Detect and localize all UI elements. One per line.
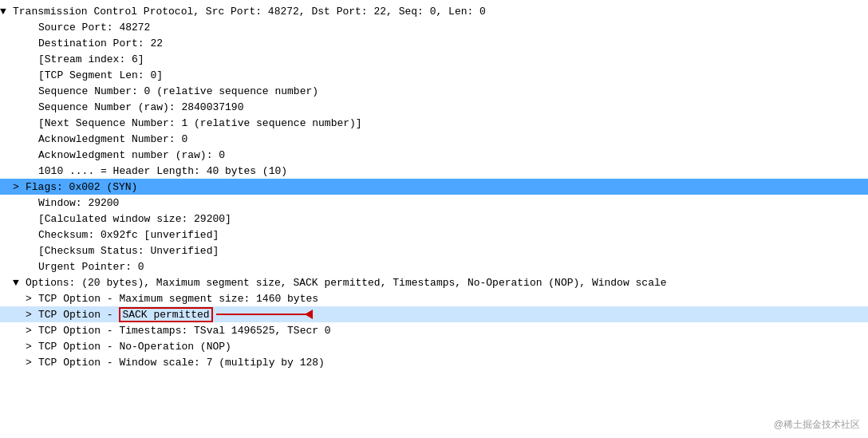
row-text-ack-num: Acknowledgment Number: 0 [38, 133, 187, 145]
row-text-checksum: Checksum: 0x92fc [unverified] [38, 229, 219, 241]
tree-row-window[interactable]: Window: 29200 [0, 195, 868, 211]
arrow-container [216, 314, 312, 315]
expander-tcp-header[interactable]: ▼ [0, 6, 13, 18]
tree-row-header-len[interactable]: 1010 .... = Header Length: 40 bytes (10) [0, 163, 868, 179]
tree-row-dst-port[interactable]: Destination Port: 22 [0, 35, 868, 51]
tree-row-seq-num[interactable]: Sequence Number: 0 (relative sequence nu… [0, 83, 868, 99]
packet-tree: ▼Transmission Control Protocol, Src Port… [0, 0, 868, 373]
row-text-opt-ts: TCP Option - Timestamps: TSval 1496525, … [38, 325, 331, 337]
expander-options[interactable]: ▼ [13, 277, 26, 289]
row-text-calc-window: [Calculated window size: 29200] [38, 213, 231, 225]
expander-opt-ts[interactable]: > [26, 325, 38, 337]
row-text-opt-mss: TCP Option - Maximum segment size: 1460 … [38, 293, 318, 305]
arrow-line [216, 314, 312, 315]
watermark: @稀土掘金技术社区 [774, 418, 860, 432]
expander-flags[interactable]: > [13, 181, 26, 193]
tree-row-opt-ws[interactable]: >TCP Option - Window scale: 7 (multiply … [0, 354, 868, 370]
row-text-dst-port: Destination Port: 22 [38, 37, 163, 49]
expander-opt-mss[interactable]: > [26, 293, 38, 305]
row-text-opt-nop: TCP Option - No-Operation (NOP) [38, 341, 231, 353]
tree-row-flags[interactable]: >Flags: 0x002 (SYN) [0, 179, 868, 195]
row-text-header-len: 1010 .... = Header Length: 40 bytes (10) [38, 165, 287, 177]
row-text-ack-raw: Acknowledgment number (raw): 0 [38, 149, 225, 161]
row-text-seq-num: Sequence Number: 0 (relative sequence nu… [38, 85, 318, 97]
tree-row-checksum[interactable]: Checksum: 0x92fc [unverified] [0, 227, 868, 243]
tree-row-stream-index[interactable]: [Stream index: 6] [0, 51, 868, 67]
row-text-tcp-seg-len: [TCP Segment Len: 0] [38, 69, 163, 81]
sack-box: SACK permitted [119, 307, 212, 322]
tree-row-urgent-ptr[interactable]: Urgent Pointer: 0 [0, 258, 868, 274]
row-text-next-seq: [Next Sequence Number: 1 (relative seque… [38, 117, 362, 129]
row-text-flags: Flags: 0x002 (SYN) [26, 181, 137, 193]
row-text-window: Window: 29200 [38, 197, 119, 209]
tree-row-calc-window[interactable]: [Calculated window size: 29200] [0, 211, 868, 227]
tree-row-seq-raw[interactable]: Sequence Number (raw): 2840037190 [0, 99, 868, 115]
row-text-opt-ws: TCP Option - Window scale: 7 (multiply b… [38, 357, 325, 369]
row-text-stream-index: [Stream index: 6] [38, 53, 144, 65]
row-text-opt-sack: TCP Option - SACK permitted [38, 309, 213, 321]
tree-row-opt-nop[interactable]: >TCP Option - No-Operation (NOP) [0, 338, 868, 354]
row-text-seq-raw: Sequence Number (raw): 2840037190 [38, 101, 243, 113]
tree-row-options[interactable]: ▼Options: (20 bytes), Maximum segment si… [0, 274, 868, 290]
tree-row-next-seq[interactable]: [Next Sequence Number: 1 (relative seque… [0, 115, 868, 131]
tree-row-opt-sack[interactable]: >TCP Option - SACK permitted [0, 306, 868, 322]
row-text-checksum-status: [Checksum Status: Unverified] [38, 245, 219, 257]
tree-row-ack-num[interactable]: Acknowledgment Number: 0 [0, 131, 868, 147]
tree-row-opt-ts[interactable]: >TCP Option - Timestamps: TSval 1496525,… [0, 322, 868, 338]
row-text-options: Options: (20 bytes), Maximum segment siz… [26, 277, 667, 289]
tree-row-ack-raw[interactable]: Acknowledgment number (raw): 0 [0, 147, 868, 163]
row-text-src-port: Source Port: 48272 [38, 22, 150, 34]
tree-row-checksum-status[interactable]: [Checksum Status: Unverified] [0, 243, 868, 258]
tree-row-tcp-seg-len[interactable]: [TCP Segment Len: 0] [0, 67, 868, 83]
row-text-urgent-ptr: Urgent Pointer: 0 [38, 261, 144, 273]
tree-row-opt-mss[interactable]: >TCP Option - Maximum segment size: 1460… [0, 290, 868, 306]
tree-row-src-port[interactable]: Source Port: 48272 [0, 19, 868, 35]
row-text-tcp-header: Transmission Control Protocol, Src Port:… [13, 6, 486, 18]
expander-opt-ws[interactable]: > [26, 357, 38, 369]
expander-opt-sack[interactable]: > [26, 309, 38, 321]
expander-opt-nop[interactable]: > [26, 341, 38, 353]
tree-row-tcp-header[interactable]: ▼Transmission Control Protocol, Src Port… [0, 3, 868, 19]
